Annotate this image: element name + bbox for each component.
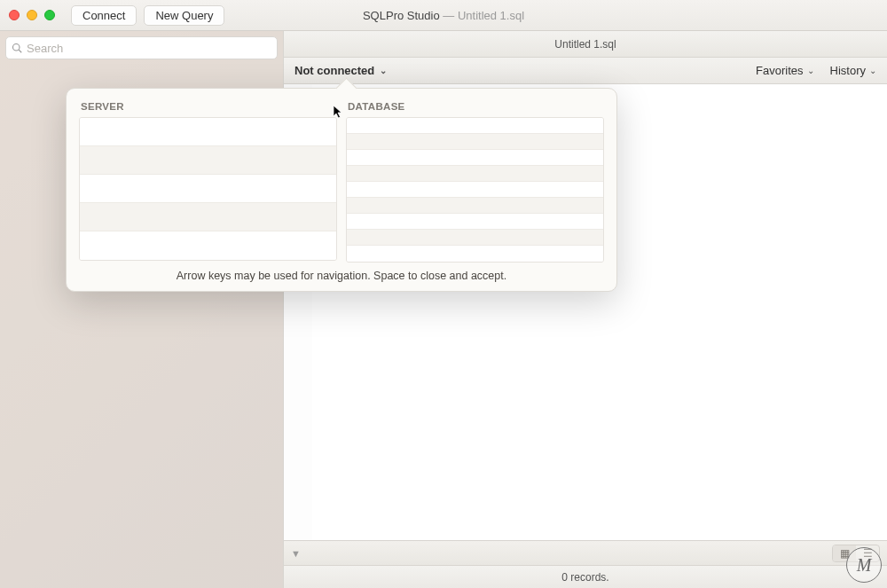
close-window-button[interactable] xyxy=(9,10,20,20)
svg-point-0 xyxy=(13,44,20,51)
minimize-window-button[interactable] xyxy=(27,10,37,20)
list-item[interactable] xyxy=(80,118,336,146)
server-column-header: SERVER xyxy=(79,101,337,112)
list-item[interactable] xyxy=(347,118,603,134)
chevron-down-icon: ⌄ xyxy=(869,66,876,75)
list-item[interactable] xyxy=(347,230,603,246)
server-list[interactable] xyxy=(79,117,337,261)
search-icon xyxy=(12,43,22,53)
connect-button[interactable]: Connect xyxy=(71,5,137,26)
list-item[interactable] xyxy=(80,203,336,231)
connection-status-label: Not connected xyxy=(294,64,374,77)
search-input[interactable] xyxy=(27,42,271,55)
watermark-logo-icon: M xyxy=(846,547,882,583)
history-label: History xyxy=(830,64,866,77)
database-column: DATABASE xyxy=(346,101,604,263)
search-container xyxy=(0,31,283,65)
database-column-header: DATABASE xyxy=(346,101,604,112)
popover-hint-text: Arrow keys may be used for navigation. S… xyxy=(79,270,604,282)
traffic-lights xyxy=(9,10,55,20)
record-count-label: 0 records. xyxy=(561,571,608,584)
list-item[interactable] xyxy=(80,231,336,260)
list-item[interactable] xyxy=(347,214,603,230)
chevron-down-icon: ⌄ xyxy=(807,66,814,75)
window-title: SQLPro Studio — Untitled 1.sql xyxy=(363,9,524,22)
server-column: SERVER xyxy=(79,101,337,263)
favorites-menu[interactable]: Favorites ⌄ xyxy=(756,64,813,77)
list-item[interactable] xyxy=(347,182,603,198)
tab-bar: Untitled 1.sql xyxy=(284,31,887,58)
database-list[interactable] xyxy=(346,117,604,263)
search-box[interactable] xyxy=(5,36,278,59)
list-item[interactable] xyxy=(347,198,603,214)
list-item[interactable] xyxy=(80,146,336,175)
connection-status-dropdown[interactable]: Not connected ⌄ xyxy=(294,64,387,77)
connection-bar: Not connected ⌄ Favorites ⌄ History ⌄ xyxy=(284,58,887,84)
status-bar: 0 records. xyxy=(284,565,887,588)
favorites-label: Favorites xyxy=(756,64,803,77)
list-item[interactable] xyxy=(347,246,603,262)
results-toolbar: ▼ ▦ ☰ xyxy=(284,540,887,565)
tab-untitled[interactable]: Untitled 1.sql xyxy=(554,38,616,51)
document-name: Untitled 1.sql xyxy=(458,9,524,22)
title-separator: — xyxy=(440,9,458,22)
list-item[interactable] xyxy=(347,166,603,182)
connection-popover: SERVER DATABASE Arro xyxy=(66,88,617,292)
list-item[interactable] xyxy=(347,150,603,166)
list-item[interactable] xyxy=(80,175,336,203)
disclosure-triangle-icon[interactable]: ▼ xyxy=(291,548,301,559)
list-item[interactable] xyxy=(347,134,603,150)
svg-line-1 xyxy=(19,50,21,52)
new-query-button[interactable]: New Query xyxy=(144,5,224,26)
history-menu[interactable]: History ⌄ xyxy=(830,64,876,77)
zoom-window-button[interactable] xyxy=(44,10,55,20)
app-name: SQLPro Studio xyxy=(363,9,440,22)
titlebar: Connect New Query SQLPro Studio — Untitl… xyxy=(0,0,887,31)
chevron-down-icon: ⌄ xyxy=(380,66,387,75)
